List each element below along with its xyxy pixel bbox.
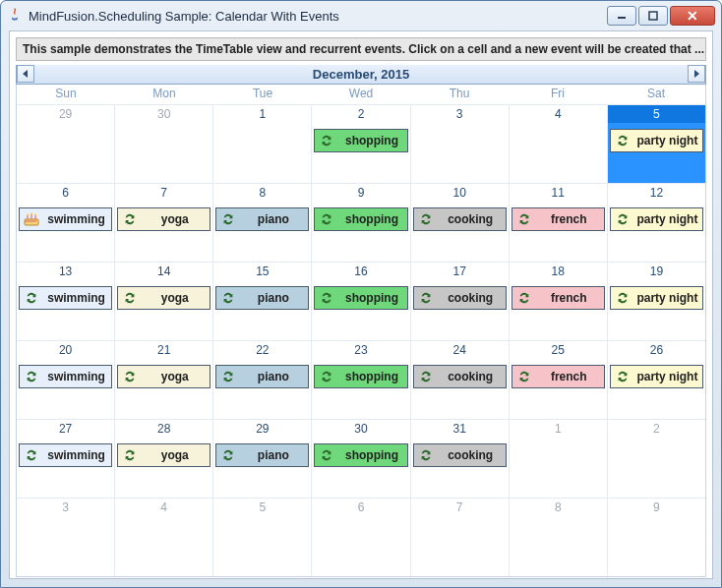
day-cell[interactable]: 2shopping: [312, 104, 410, 183]
event-label: yoga: [144, 448, 210, 462]
day-cell[interactable]: 29: [17, 104, 115, 183]
event-item[interactable]: swimming: [19, 365, 112, 388]
day-number: 29: [17, 105, 114, 123]
day-cell[interactable]: 9shopping: [312, 183, 410, 262]
day-cell[interactable]: 8piano: [213, 183, 312, 262]
day-cell[interactable]: 22piano: [213, 340, 312, 419]
day-number: 15: [213, 263, 311, 280]
day-cell[interactable]: 4: [510, 104, 608, 183]
day-cell[interactable]: 12party night: [608, 183, 705, 262]
day-cell[interactable]: 25french: [510, 340, 608, 419]
day-number: 10: [411, 184, 509, 202]
event-item[interactable]: party night: [610, 207, 703, 231]
day-cell[interactable]: 19party night: [608, 262, 705, 340]
day-number: 1: [510, 420, 607, 438]
event-item[interactable]: yoga: [117, 207, 211, 231]
event-item[interactable]: yoga: [117, 365, 211, 388]
titlebar[interactable]: MindFusion.Scheduling Sample: Calendar W…: [1, 1, 721, 30]
event-label: party night: [636, 134, 702, 147]
day-cell[interactable]: 29piano: [213, 419, 312, 498]
day-cell[interactable]: 2: [608, 419, 705, 498]
event-item[interactable]: cooking: [413, 207, 507, 231]
day-cell[interactable]: 30shopping: [312, 419, 410, 498]
day-cell[interactable]: 11french: [510, 183, 608, 262]
day-cell[interactable]: 17cooking: [411, 262, 510, 340]
svg-point-9: [30, 212, 32, 214]
day-number: 3: [411, 105, 509, 123]
month-header[interactable]: December, 2015: [16, 65, 706, 85]
day-cell[interactable]: 16shopping: [312, 262, 410, 340]
event-item[interactable]: piano: [215, 286, 309, 310]
day-cell[interactable]: 21yoga: [115, 340, 213, 419]
day-number: 5: [213, 499, 311, 516]
day-cell[interactable]: 20swimming: [17, 340, 115, 419]
event-item[interactable]: piano: [215, 365, 309, 388]
day-cell[interactable]: 15piano: [213, 262, 312, 340]
event-item[interactable]: cooking: [413, 286, 507, 310]
day-cell[interactable]: 4: [115, 498, 213, 576]
event-item[interactable]: piano: [215, 207, 309, 231]
event-item[interactable]: swimming: [19, 207, 112, 231]
day-cell[interactable]: 8: [510, 498, 608, 576]
day-cell[interactable]: 13swimming: [17, 262, 115, 340]
day-cell[interactable]: 5: [213, 498, 312, 576]
day-cell[interactable]: 10cooking: [411, 183, 510, 262]
day-cell[interactable]: 26party night: [608, 340, 705, 419]
day-cell[interactable]: 6: [312, 498, 410, 576]
day-cell[interactable]: 5party night: [608, 104, 705, 183]
event-item[interactable]: party night: [610, 365, 703, 388]
event-item[interactable]: party night: [610, 129, 703, 152]
day-number: 1: [213, 105, 311, 123]
event-item[interactable]: swimming: [19, 286, 112, 310]
prev-month-button[interactable]: [17, 65, 34, 83]
day-number: 7: [411, 499, 509, 516]
week-row: 13swimming14yoga15piano16shopping17cooki…: [17, 262, 705, 340]
day-cell[interactable]: 24cooking: [411, 340, 510, 419]
day-cell[interactable]: 30: [115, 104, 213, 183]
day-cell[interactable]: 23shopping: [312, 340, 410, 419]
close-button[interactable]: ✕: [670, 6, 715, 26]
event-item[interactable]: shopping: [314, 207, 407, 231]
event-item[interactable]: party night: [610, 286, 703, 310]
day-cell[interactable]: 7yoga: [115, 183, 213, 262]
day-cell[interactable]: 14yoga: [115, 262, 213, 340]
next-month-button[interactable]: [688, 65, 705, 83]
week-row: 293012shopping345party night: [17, 104, 705, 183]
minimize-button[interactable]: [607, 6, 636, 26]
event-item[interactable]: swimming: [19, 443, 112, 467]
day-number: 24: [411, 341, 509, 359]
event-item[interactable]: french: [511, 207, 605, 231]
day-cell[interactable]: 1: [510, 419, 608, 498]
event-item[interactable]: shopping: [314, 286, 407, 310]
event-label: cooking: [440, 370, 506, 383]
day-cell[interactable]: 27swimming: [17, 419, 115, 498]
recurring-icon: [122, 369, 138, 384]
day-cell[interactable]: 31cooking: [411, 419, 510, 498]
day-number: 30: [312, 420, 409, 438]
event-label: party night: [636, 370, 702, 383]
day-cell[interactable]: 9: [608, 498, 705, 576]
event-item[interactable]: shopping: [314, 129, 407, 152]
maximize-button[interactable]: [638, 6, 668, 26]
event-item[interactable]: shopping: [314, 365, 407, 388]
event-item[interactable]: yoga: [117, 286, 211, 310]
recurring-icon: [418, 369, 434, 384]
day-cell[interactable]: 7: [411, 498, 510, 576]
event-item[interactable]: french: [511, 286, 605, 310]
event-item[interactable]: shopping: [314, 443, 407, 467]
app-window: MindFusion.Scheduling Sample: Calendar W…: [0, 0, 722, 588]
event-item[interactable]: cooking: [413, 365, 507, 388]
day-cell[interactable]: 1: [213, 104, 312, 183]
day-cell[interactable]: 28yoga: [115, 419, 213, 498]
day-cell[interactable]: 3: [411, 104, 510, 183]
event-item[interactable]: cooking: [413, 443, 507, 467]
event-label: shopping: [340, 448, 406, 462]
event-item[interactable]: french: [511, 365, 605, 388]
day-number: 9: [312, 184, 409, 202]
event-item[interactable]: yoga: [117, 443, 211, 467]
day-cell[interactable]: 3: [17, 498, 115, 576]
day-number: 2: [312, 105, 409, 123]
event-item[interactable]: piano: [215, 443, 309, 467]
day-cell[interactable]: 18french: [510, 262, 608, 340]
day-cell[interactable]: 6swimming: [17, 183, 115, 262]
